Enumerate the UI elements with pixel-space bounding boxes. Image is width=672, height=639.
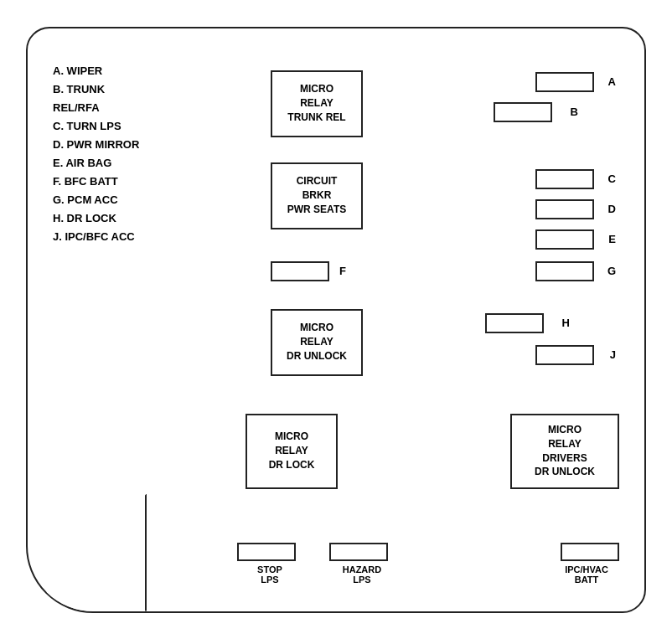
fuse-label-h: H <box>562 317 570 329</box>
fuse-slot-g <box>535 261 594 281</box>
micro-relay-drivers-unlock-box: MICRO RELAY DRIVERS DR UNLOCK <box>510 414 619 489</box>
legend-item-h: H. DR LOCK <box>53 209 139 228</box>
legend-item-g: G. PCM ACC <box>53 191 139 209</box>
legend-item-f: F. BFC BATT <box>53 173 139 191</box>
circuit-breaker-box: CIRCUIT BRKR PWR SEATS <box>271 162 363 229</box>
fuse-label-f: F <box>339 265 346 277</box>
legend-item-b2: REL/RFA <box>53 99 139 117</box>
fuse-slot-stop <box>237 543 296 561</box>
fuse-slot-h <box>485 313 544 333</box>
fuse-slot-hazard <box>329 543 388 561</box>
micro-relay-trunk-box: MICRO RELAY TRUNK REL <box>271 70 363 137</box>
legend-item-d: D. PWR MIRROR <box>53 136 139 154</box>
micro-relay-dr-unlock-box: MICRO RELAY DR UNLOCK <box>271 309 363 376</box>
legend-item-j: J. IPC/BFC ACC <box>53 228 139 246</box>
fuse-label-c: C <box>608 173 616 185</box>
main-content: MICRO RELAY TRUNK REL A B CIRCUIT BRKR P… <box>220 45 628 595</box>
fuse-slot-c <box>535 169 594 189</box>
legend-item-a: A. WIPER <box>53 62 139 80</box>
fuse-label-stop: STOP LPS <box>236 564 303 585</box>
legend-item-e: E. AIR BAG <box>53 154 139 173</box>
fuse-label-ipc: IPC/HVAC BATT <box>549 564 624 585</box>
fuse-slot-f <box>271 261 329 281</box>
fuse-slot-ipc <box>561 543 619 561</box>
fuse-label-a: A <box>608 75 616 88</box>
fuse-slot-e <box>535 229 594 250</box>
legend-item-c: C. TURN LPS <box>53 117 139 136</box>
micro-relay-dr-lock-box: MICRO RELAY DR LOCK <box>246 414 338 489</box>
legend-item-b: B. TRUNK <box>53 80 139 99</box>
fuse-label-hazard: HAZARD LPS <box>324 564 400 585</box>
legend: A. WIPER B. TRUNK REL/RFA C. TURN LPS D.… <box>53 62 139 247</box>
fuse-label-j: J <box>610 348 616 361</box>
fuse-slot-d <box>535 199 594 219</box>
fuse-slot-j <box>535 345 594 365</box>
fuse-slot-a <box>535 72 594 92</box>
fuse-label-g: G <box>607 265 616 277</box>
fuse-label-e: E <box>608 233 616 245</box>
fuse-label-d: D <box>608 203 616 215</box>
fuse-label-b: B <box>571 106 578 118</box>
fuse-diagram: A. WIPER B. TRUNK REL/RFA C. TURN LPS D.… <box>26 27 646 613</box>
fuse-slot-b <box>494 102 552 122</box>
